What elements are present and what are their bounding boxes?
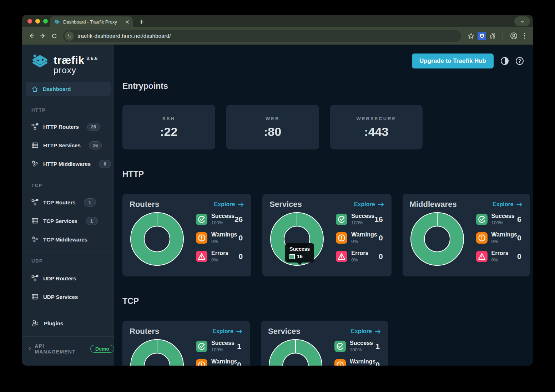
password-manager-extension-icon[interactable] <box>478 32 486 40</box>
sidebar-item-dashboard[interactable]: Dashboard <box>26 82 111 96</box>
count-badge: 1 <box>84 198 96 207</box>
legend-percent: 100% <box>211 347 223 352</box>
site-settings-icon[interactable] <box>65 31 74 41</box>
legend-percent: 0% <box>211 239 218 244</box>
sidebar-item-label: HTTP Routers <box>43 124 79 130</box>
sidebar-item-label: Plugins <box>44 320 63 326</box>
legend-percent: 0% <box>491 257 498 263</box>
tooltip-series-swatch <box>289 254 295 259</box>
sidebar: træfik3.6.6 proxy Dashboard HTTP HTTP Ro… <box>22 45 114 366</box>
address-bar[interactable]: traefik-dashboard.hnrx.net/dashboard/ <box>63 30 461 42</box>
sidebar-item-api-management[interactable]: API MANAGEMENT Demo <box>22 342 114 356</box>
upgrade-to-traefik-hub-button[interactable]: Upgrade to Traefik Hub <box>412 54 494 68</box>
legend-value: 0 <box>239 234 244 242</box>
traefik-logo: træfik3.6.6 proxy <box>22 45 114 75</box>
bookmark-star-icon[interactable] <box>468 32 475 40</box>
explore-link[interactable]: Explore <box>493 201 523 208</box>
legend-label: Success <box>350 340 373 346</box>
sidebar-item-tcp-services[interactable]: TCP Services 1 <box>22 212 114 230</box>
routers-icon <box>31 199 39 206</box>
browser-menu-kebab-icon[interactable] <box>524 32 526 39</box>
legend-row-warnings: Warnings0% 0 <box>336 231 384 244</box>
legend-percent: 0% <box>351 257 358 263</box>
sidebar-item-plugins[interactable]: Plugins <box>22 314 114 332</box>
routers-icon <box>31 275 39 282</box>
error-triangle-icon <box>336 251 347 262</box>
tab-close-icon[interactable] <box>125 20 129 24</box>
sidebar-item-udp-services[interactable]: UDP Services <box>22 287 114 306</box>
count-badge: 1 <box>86 217 98 225</box>
arrow-right-icon <box>237 202 244 207</box>
legend-row-success: Success100% 6 <box>476 213 523 226</box>
card-title: Services <box>269 200 302 209</box>
legend-value: 6 <box>517 215 523 224</box>
new-tab-button[interactable] <box>137 17 146 26</box>
legend-row-warnings: Warnings0% 0 <box>476 231 523 244</box>
sidebar-item-tcp-routers[interactable]: TCP Routers 1 <box>22 193 114 212</box>
legend-row-success: Success100% 1 <box>196 340 243 353</box>
http-section-title: HTTP <box>122 169 526 179</box>
extensions-puzzle-icon[interactable] <box>489 32 496 40</box>
reload-button[interactable] <box>49 30 60 42</box>
success-check-icon <box>334 341 346 352</box>
minimize-window-button[interactable] <box>35 19 40 24</box>
demo-badge: Demo <box>90 345 114 353</box>
tcp-services-card: Services Explore Success100% 1 <box>261 321 388 366</box>
zoom-window-button[interactable] <box>43 19 48 24</box>
sidebar-divider <box>22 101 114 101</box>
explore-label: Explore <box>493 201 514 208</box>
browser-tab[interactable]: Dashboard - Traefik Proxy <box>50 16 133 27</box>
help-icon[interactable]: ? <box>516 57 524 65</box>
theme-toggle-icon[interactable] <box>501 57 509 65</box>
sidebar-divider <box>22 251 114 251</box>
success-donut-chart <box>269 339 322 366</box>
explore-label: Explore <box>212 328 233 335</box>
home-icon <box>31 86 38 92</box>
tab-title: Dashboard - Traefik Proxy <box>63 19 122 25</box>
http-routers-card: Routers Explore Success100% 26 <box>122 194 251 276</box>
sidebar-item-label: Dashboard <box>43 86 71 92</box>
tab-search-button[interactable] <box>514 16 530 26</box>
sidebar-item-http-middlewares[interactable]: HTTP Middlewares 6 <box>22 154 114 173</box>
card-title: Routers <box>130 327 159 336</box>
version-label: 3.6.6 <box>86 56 97 61</box>
explore-link[interactable]: Explore <box>351 328 381 335</box>
sidebar-item-udp-routers[interactable]: UDP Routers <box>22 269 114 287</box>
legend-row-errors: Errors0% 0 <box>196 250 244 263</box>
routers-icon <box>31 123 39 130</box>
sidebar-divider <box>22 336 114 337</box>
forward-button[interactable] <box>37 30 49 42</box>
sidebar-section-udp: UDP <box>31 258 114 264</box>
sidebar-section-tcp: TCP <box>31 183 114 188</box>
sidebar-item-tcp-middlewares[interactable]: TCP Middlewares <box>22 230 114 249</box>
legend-value: 26 <box>234 215 244 224</box>
sidebar-item-label: HTTP Middlewares <box>43 161 91 167</box>
legend-row-errors: Errors0% 0 <box>336 250 384 263</box>
close-window-button[interactable] <box>27 19 32 24</box>
arrow-right-icon <box>378 202 384 207</box>
url-text: traefik-dashboard.hnrx.net/dashboard/ <box>77 33 171 39</box>
legend-row-errors: Errors0% 0 <box>476 250 523 263</box>
legend-value: 0 <box>379 234 384 242</box>
legend-label: Warnings <box>211 358 237 365</box>
legend-label: Errors <box>491 250 509 256</box>
legend-label: Success <box>351 213 374 219</box>
explore-link[interactable]: Explore <box>212 328 243 335</box>
tooltip-value: 16 <box>297 254 303 259</box>
browser-tab-bar: Dashboard - Traefik Proxy <box>22 15 533 27</box>
card-title: Services <box>268 327 301 336</box>
sidebar-item-http-services[interactable]: HTTP Services 16 <box>22 136 114 154</box>
legend-label: Errors <box>351 250 368 256</box>
window-controls <box>27 19 48 24</box>
profile-avatar-icon[interactable] <box>510 32 518 40</box>
sidebar-item-label: TCP Middlewares <box>43 236 87 243</box>
explore-link[interactable]: Explore <box>214 201 244 208</box>
back-button[interactable] <box>26 30 37 42</box>
card-title: Middlewares <box>410 200 457 209</box>
sidebar-item-http-routers[interactable]: HTTP Routers 26 <box>22 117 114 136</box>
services-icon <box>31 142 39 149</box>
entrypoint-name: SSH <box>162 116 175 121</box>
explore-link[interactable]: Explore <box>354 201 384 208</box>
sidebar-item-label: UDP Routers <box>43 275 76 281</box>
logo-name: træfik <box>54 54 84 66</box>
